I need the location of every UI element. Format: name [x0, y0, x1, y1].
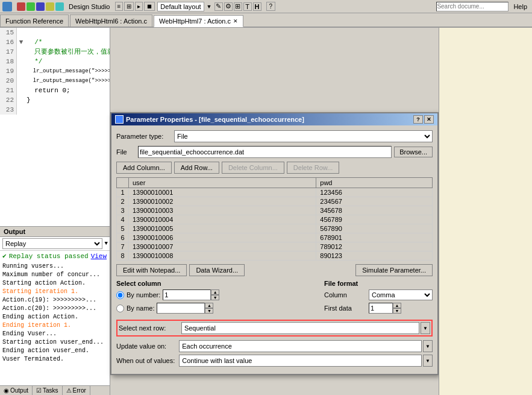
- when-out-input[interactable]: [179, 355, 422, 367]
- column-format-label: Column: [324, 291, 366, 299]
- file-input[interactable]: [138, 146, 392, 158]
- table-row[interactable]: 4 13900010004 456789: [117, 215, 433, 224]
- when-out-arrow[interactable]: ▼: [423, 355, 433, 367]
- layout-arrow[interactable]: ▼: [207, 4, 212, 10]
- tasks-icon: ☑: [36, 387, 42, 394]
- by-name-row: By name: ▲ ▼: [116, 303, 319, 314]
- tab-label: Function Reference: [5, 17, 63, 25]
- select-next-row-section: Select next row: ▼: [116, 320, 433, 337]
- view-link[interactable]: View: [91, 253, 107, 260]
- data-wizard-button[interactable]: Data Wizard...: [189, 264, 245, 276]
- by-number-input[interactable]: [163, 289, 211, 300]
- layout-selector[interactable]: Default layout: [157, 2, 204, 11]
- toolbar-icons: [17, 2, 64, 11]
- param-type-label: Parameter type:: [116, 133, 171, 140]
- first-data-label: First data: [324, 305, 366, 312]
- by-name-spin-up-button[interactable]: ▲: [205, 303, 213, 308]
- by-number-radio[interactable]: [116, 291, 124, 299]
- add-row-button[interactable]: Add Row...: [174, 162, 219, 174]
- delete-column-button[interactable]: Delete Column...: [222, 162, 284, 174]
- tab-label: WebHttpHtml7 : Action.c: [159, 17, 231, 25]
- code-editor: 15 16 ▼ /* 17 只要参数被引用一次，值就变化一次，按照顺序往下取 1…: [0, 28, 110, 395]
- app-name: Design Studio: [69, 3, 110, 10]
- select-next-row-input[interactable]: [181, 322, 419, 334]
- table-row[interactable]: 3 13900010003 345678: [117, 206, 433, 215]
- table-body: 1 13900010001 123456 2 13900010002 23456…: [117, 188, 433, 261]
- by-name-label: By name:: [127, 305, 154, 312]
- table-row[interactable]: 1 13900010001 123456: [117, 188, 433, 197]
- file-row: File Browse...: [116, 146, 433, 158]
- by-name-spin-down-button[interactable]: ▼: [205, 308, 213, 314]
- first-data-spin-down-button[interactable]: ▼: [393, 308, 401, 314]
- spin-up-button[interactable]: ▲: [211, 289, 219, 295]
- column-format-select[interactable]: Comma: [369, 289, 433, 300]
- table-row[interactable]: 5 13900010005 567890: [117, 224, 433, 233]
- output-tab-error[interactable]: ⚠ Error: [63, 386, 90, 395]
- first-data-row: First data ▲ ▼: [324, 303, 433, 314]
- simulate-parameter-button[interactable]: Simulate Parameter...: [355, 264, 433, 276]
- update-value-input[interactable]: [179, 340, 422, 352]
- status-text: Replay status passed: [9, 253, 89, 260]
- help-label[interactable]: Help: [513, 3, 527, 10]
- dialog-close-button[interactable]: ✕: [424, 115, 434, 124]
- table-row[interactable]: 2 13900010002 234567: [117, 197, 433, 206]
- output-tab-tasks[interactable]: ☑ Tasks: [33, 386, 63, 395]
- file-label: File: [116, 148, 136, 156]
- code-line-21: 21 return 0;: [0, 86, 110, 95]
- select-column-title: Select column: [116, 280, 319, 287]
- dropdown-arrow[interactable]: ▼: [105, 241, 108, 247]
- toolbar-edit-icons: ≡ ⊞ ▸ ⏹: [115, 2, 155, 11]
- action-buttons-row: Add Column... Add Row... Delete Column..…: [116, 162, 433, 174]
- delete-row-button[interactable]: Delete Row...: [287, 162, 339, 174]
- by-number-spinner: ▲ ▼: [163, 289, 219, 300]
- table-row[interactable]: 8 13900010008 890123: [117, 251, 433, 261]
- edit-notepad-button[interactable]: Edit with Notepad...: [116, 264, 187, 276]
- add-column-button[interactable]: Add Column...: [116, 162, 172, 174]
- spin-down-button[interactable]: ▼: [211, 295, 219, 300]
- top-bar: Design Studio ≡ ⊞ ▸ ⏹ Default layout ▼ ✎…: [0, 0, 532, 13]
- output-dropdown: Replay ▼: [0, 237, 110, 251]
- dialog-help-button[interactable]: ?: [413, 115, 423, 124]
- when-out-label: When out of values:: [116, 357, 179, 364]
- param-type-select[interactable]: File: [174, 130, 433, 142]
- select-column-section: Select column By number: ▲ ▼: [116, 280, 319, 316]
- main-area: 15 16 ▼ /* 17 只要参数被引用一次，值就变化一次，按照顺序往下取 1…: [0, 28, 532, 395]
- code-line-15: 15: [0, 28, 110, 37]
- code-line-18: 18 */: [0, 57, 110, 66]
- output-tab-output[interactable]: ◉ Output: [0, 386, 33, 395]
- app-icon: [2, 2, 12, 11]
- dialog-title-bar: Parameter Properties - [file_sequential_…: [111, 113, 437, 125]
- tab-close-icon[interactable]: ✕: [233, 18, 238, 24]
- update-value-control: ▼: [179, 340, 433, 352]
- error-icon: ⚠: [66, 387, 72, 394]
- status-check-icon: ✔: [2, 252, 7, 260]
- when-out-row: When out of values: ▼: [116, 355, 433, 367]
- tab-function-reference[interactable]: Function Reference: [0, 14, 69, 27]
- output-icon: ◉: [4, 387, 9, 394]
- replay-select[interactable]: Replay: [2, 238, 102, 249]
- file-format-section: File format Column Comma First data: [324, 280, 433, 316]
- code-line-19: 19 lr_output_message(">>>>>>>>>>>>>>File…: [0, 66, 110, 76]
- data-table: user pwd 1 13900010001 123456 2 13900010…: [116, 177, 433, 261]
- first-data-spin-up-button[interactable]: ▲: [393, 303, 401, 308]
- select-next-row-row: Select next row: ▼: [116, 320, 433, 337]
- when-out-control: ▼: [179, 355, 433, 367]
- code-line-16: 16 ▼ /*: [0, 37, 110, 47]
- search-input[interactable]: [436, 2, 509, 11]
- select-next-row-label: Select next row:: [119, 324, 181, 332]
- browse-button[interactable]: Browse...: [394, 147, 433, 157]
- two-col-section: Select column By number: ▲ ▼: [116, 280, 433, 316]
- output-panel: Output Replay ▼ ✔ Replay status passed V…: [0, 226, 110, 395]
- first-data-input[interactable]: [369, 303, 393, 314]
- table-row[interactable]: 6 13900010006 678901: [117, 233, 433, 242]
- by-name-spinner: ▲ ▼: [157, 303, 213, 314]
- by-name-input[interactable]: [157, 303, 205, 314]
- tab-webhttphtml7[interactable]: WebHttpHtml7 : Action.c ✕: [154, 15, 243, 27]
- by-number-label: By number:: [127, 291, 160, 299]
- dialog-body: Parameter type: File File Browse... Add …: [111, 125, 437, 374]
- table-row[interactable]: 7 13900010007 789012: [117, 242, 433, 251]
- update-value-arrow[interactable]: ▼: [423, 340, 433, 352]
- select-next-row-arrow[interactable]: ▼: [421, 322, 430, 334]
- by-name-radio[interactable]: [116, 305, 124, 312]
- tab-webhttphtml6[interactable]: WebHttpHtml6 : Action.c: [70, 14, 152, 27]
